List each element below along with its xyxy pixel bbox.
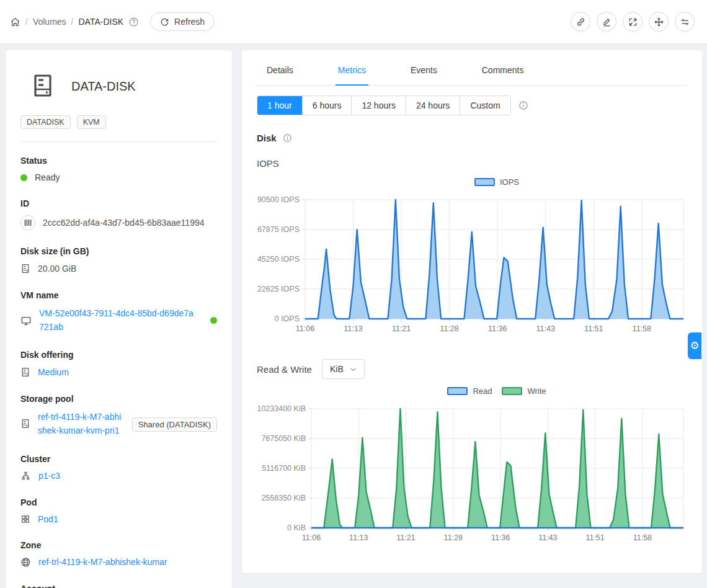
- home-icon[interactable]: [10, 17, 20, 27]
- svg-text:11:36: 11:36: [491, 533, 510, 542]
- zone-link[interactable]: ref-trl-4119-k-M7-abhishek-kumar: [38, 557, 167, 567]
- legend-item[interactable]: Write: [502, 386, 546, 396]
- disk-offering-link[interactable]: Medium: [38, 367, 69, 377]
- iops-chart-canvas: 0 IOPS22625 IOPS45250 IOPS67875 IOPS9050…: [257, 189, 687, 339]
- breadcrumb-volumes-link[interactable]: Volumes: [33, 17, 66, 27]
- gear-icon: ⚙: [690, 339, 699, 352]
- field-disk-offering: Disk offering Medium: [20, 350, 217, 378]
- svg-text:11:06: 11:06: [302, 533, 321, 542]
- attach-link-button[interactable]: [571, 12, 590, 32]
- range-custom[interactable]: Custom: [460, 96, 510, 115]
- status-dot: [20, 174, 27, 181]
- field-status: Status Ready: [20, 156, 217, 182]
- iops-chart-block: IOPS 0 IOPS22625 IOPS45250 IOPS67875 IOP…: [257, 175, 687, 339]
- pencil-icon: [602, 17, 612, 27]
- time-range-group: 1 hour 6 hours 12 hours 24 hours Custom: [257, 96, 511, 115]
- pod-grid-icon: [20, 514, 30, 524]
- resize-volume-button[interactable]: [623, 12, 643, 32]
- settings-gear-button[interactable]: ⚙: [688, 332, 701, 359]
- cluster-icon: [20, 471, 31, 481]
- page-header: / Volumes / DATA-DISK Refresh: [0, 0, 707, 44]
- iops-chart-title: IOPS: [257, 158, 687, 169]
- edit-button[interactable]: [597, 12, 616, 32]
- svg-text:7675050 KiB: 7675050 KiB: [261, 434, 306, 443]
- barcode-icon: [20, 215, 35, 230]
- desktop-icon: [20, 315, 32, 326]
- field-cluster: Cluster p1-c3: [20, 454, 217, 481]
- swap-arrows-icon: [680, 17, 690, 27]
- svg-text:67875 IOPS: 67875 IOPS: [257, 225, 300, 234]
- tag-datadisk: DATADISK: [20, 115, 71, 129]
- breadcrumb-current: DATA-DISK: [78, 17, 123, 27]
- storage-pool-link[interactable]: ref-trl-4119-k-M7-abhishek-kumar-kvm-pri…: [38, 411, 125, 437]
- range-12-hours[interactable]: 12 hours: [351, 96, 405, 115]
- storage-pool-scope-badge: Shared (DATADISK): [132, 417, 217, 432]
- vm-name-link[interactable]: VM-52e00f43-7911-4dc4-85bd-d69de7a721ab: [39, 307, 194, 334]
- move-volume-button[interactable]: [649, 12, 669, 32]
- info-circle-icon[interactable]: [518, 100, 528, 110]
- status-value: Ready: [35, 172, 60, 182]
- svg-text:0 KiB: 0 KiB: [287, 523, 306, 532]
- volume-title: DATA-DISK: [71, 79, 136, 94]
- iops-legend: IOPS: [257, 175, 687, 189]
- svg-text:2558350 KiB: 2558350 KiB: [261, 494, 306, 502]
- unit-select-dropdown[interactable]: KiB: [322, 359, 365, 379]
- cluster-link[interactable]: p1-c3: [38, 471, 60, 481]
- disk-icon: [20, 367, 30, 378]
- link-icon: [576, 17, 586, 27]
- refresh-button[interactable]: Refresh: [150, 12, 215, 31]
- legend-label: IOPS: [500, 177, 519, 187]
- field-id: ID 2ccc62dd-af4a-43d7-bd45-6b83aae11994: [20, 198, 217, 230]
- expand-arrows-icon: [628, 17, 638, 27]
- legend-item[interactable]: IOPS: [474, 177, 519, 187]
- volume-icon: [30, 73, 55, 100]
- svg-text:11:13: 11:13: [344, 324, 362, 333]
- svg-text:11:13: 11:13: [349, 533, 368, 542]
- legend-label: Read: [473, 386, 492, 396]
- field-storage-pool: Storage pool ref-trl-4119-k-M7-abhishek-…: [20, 394, 217, 437]
- tab-comments[interactable]: Comments: [479, 55, 527, 85]
- tab-details[interactable]: Details: [264, 55, 296, 85]
- tab-metrics[interactable]: Metrics: [336, 55, 368, 85]
- id-value: 2ccc62dd-af4a-43d7-bd45-6b83aae11994: [43, 218, 205, 228]
- field-disk-size: Disk size (in GB) 20.00 GiB: [20, 246, 217, 274]
- divider: [20, 141, 217, 142]
- svg-text:0 IOPS: 0 IOPS: [275, 314, 300, 323]
- field-pod: Pod Pod1: [20, 497, 217, 524]
- rw-chart-title: Read & Write: [257, 364, 312, 375]
- disk-icon: [20, 263, 30, 274]
- range-6-hours[interactable]: 6 hours: [302, 96, 352, 115]
- chevron-down-icon: [350, 366, 357, 373]
- pod-link[interactable]: Pod1: [38, 514, 58, 524]
- disk-size-value: 20.00 GiB: [38, 264, 76, 274]
- legend-label: Write: [527, 386, 546, 396]
- range-24-hours[interactable]: 24 hours: [406, 96, 460, 115]
- read-write-heading: Read & Write KiB: [257, 359, 687, 379]
- legend-swatch: [474, 178, 495, 186]
- vm-status-dot: [210, 317, 217, 324]
- svg-text:90500 IOPS: 90500 IOPS: [257, 195, 300, 204]
- help-circle-icon[interactable]: [128, 17, 139, 27]
- volume-detail-panel: Details Metrics Events Comments 1 hour 6…: [241, 50, 703, 574]
- svg-text:11:58: 11:58: [633, 533, 652, 542]
- legend-item[interactable]: Read: [447, 386, 492, 396]
- svg-text:11:36: 11:36: [488, 324, 507, 333]
- svg-text:45250 IOPS: 45250 IOPS: [257, 255, 300, 264]
- svg-text:11:58: 11:58: [633, 324, 651, 333]
- volume-actions: [568, 12, 695, 32]
- volume-tags: DATADISK KVM: [20, 115, 217, 129]
- range-1-hour[interactable]: 1 hour: [257, 96, 302, 115]
- migrate-volume-button[interactable]: [675, 12, 695, 32]
- globe-icon: [20, 557, 31, 568]
- content-area: DATA-DISK DATADISK KVM Status Ready ID 2…: [0, 44, 707, 588]
- legend-swatch: [502, 387, 522, 395]
- tag-kvm: KVM: [77, 115, 106, 129]
- reload-icon: [160, 17, 169, 27]
- move-arrows-icon: [654, 17, 664, 27]
- tab-events[interactable]: Events: [408, 55, 440, 85]
- svg-text:5116700 KiB: 5116700 KiB: [262, 464, 306, 473]
- svg-text:11:21: 11:21: [396, 533, 415, 542]
- info-circle-icon[interactable]: [283, 133, 292, 143]
- breadcrumb: / Volumes / DATA-DISK Refresh: [10, 12, 215, 31]
- svg-text:11:43: 11:43: [538, 533, 557, 542]
